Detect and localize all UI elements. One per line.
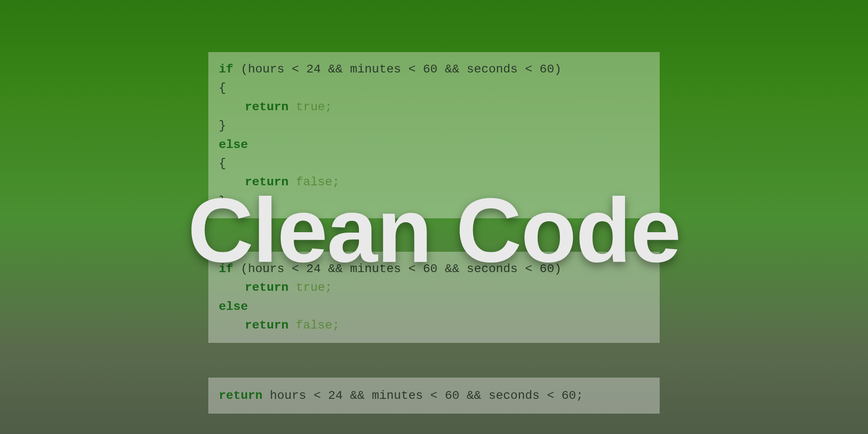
keyword-return: return — [245, 281, 289, 294]
keyword-else: else — [219, 300, 248, 313]
keyword-return: return — [219, 389, 263, 402]
code-line: if (hours < 24 && minutes < 60 && second… — [219, 60, 649, 79]
code-line: } — [219, 116, 649, 135]
title-overlay: Clean Code — [0, 178, 868, 283]
brace-close: } — [219, 119, 226, 132]
code-text: true; — [289, 281, 332, 294]
code-line: return hours < 24 && minutes < 60 && sec… — [219, 386, 649, 405]
code-text: hours < 24 && minutes < 60 && seconds < … — [263, 389, 583, 402]
code-text: (hours < 24 && minutes < 60 && seconds <… — [233, 62, 562, 76]
keyword-return: return — [245, 319, 289, 332]
code-line: { — [219, 154, 649, 173]
code-line: else — [219, 297, 649, 316]
code-line: return true; — [219, 98, 649, 116]
code-panel-clean: return hours < 24 && minutes < 60 && sec… — [208, 378, 660, 414]
brace-open: { — [219, 81, 226, 95]
keyword-if: if — [219, 62, 233, 76]
keyword-return: return — [245, 100, 289, 114]
code-line: else — [219, 135, 649, 154]
code-text: true; — [289, 100, 332, 114]
code-line: return false; — [219, 316, 649, 335]
brace-open: { — [219, 157, 226, 170]
code-text: false; — [289, 319, 340, 332]
keyword-else: else — [219, 138, 248, 151]
code-line: { — [219, 79, 649, 97]
